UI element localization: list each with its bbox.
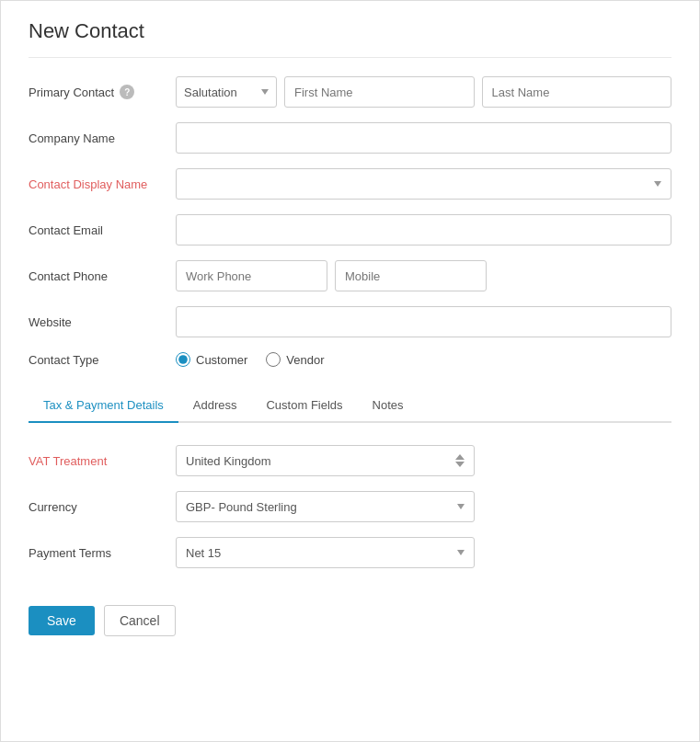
website-controls — [176, 306, 671, 337]
primary-contact-controls: Salutation Mr. Mrs. Ms. Miss Dr. — [176, 76, 671, 108]
company-name-row: Company Name — [29, 122, 671, 154]
contact-email-controls — [176, 214, 671, 245]
vat-treatment-label: VAT Treatment — [29, 454, 176, 468]
contact-type-row: Contact Type Customer Vendor — [29, 352, 671, 367]
company-name-label: Company Name — [29, 131, 176, 145]
display-name-select[interactable] — [176, 168, 671, 200]
website-row: Website — [29, 306, 671, 337]
last-name-input[interactable] — [482, 76, 672, 108]
mobile-input[interactable] — [335, 260, 487, 291]
first-name-input[interactable] — [284, 76, 475, 108]
tab-notes[interactable]: Notes — [358, 389, 419, 423]
action-buttons: Save Cancel — [29, 605, 671, 636]
tab-tax-payment[interactable]: Tax & Payment Details — [29, 389, 178, 423]
vendor-radio-option[interactable]: Vendor — [266, 352, 324, 367]
customer-label: Customer — [196, 353, 247, 367]
contact-type-radio-group: Customer Vendor — [176, 352, 325, 367]
website-input[interactable] — [176, 306, 671, 337]
contact-display-name-controls — [176, 168, 671, 200]
save-button[interactable]: Save — [29, 606, 95, 635]
contact-email-row: Contact Email — [29, 214, 671, 245]
page-container: New Contact Primary Contact ? Salutation… — [0, 0, 700, 742]
salutation-select[interactable]: Salutation Mr. Mrs. Ms. Miss Dr. — [176, 76, 277, 108]
cancel-button[interactable]: Cancel — [104, 605, 176, 636]
payment-terms-controls: Net 15 Net 30 Net 45 Net 60 Due on Recei… — [176, 537, 671, 568]
company-name-controls — [176, 122, 671, 154]
contact-email-input[interactable] — [176, 214, 671, 245]
contact-display-name-row: Contact Display Name — [29, 168, 671, 200]
help-icon[interactable]: ? — [120, 85, 134, 99]
currency-label: Currency — [29, 500, 176, 514]
primary-contact-label: Primary Contact ? — [29, 85, 176, 99]
contact-email-label: Contact Email — [29, 223, 176, 237]
work-phone-input[interactable] — [176, 260, 327, 291]
payment-terms-select[interactable]: Net 15 Net 30 Net 45 Net 60 Due on Recei… — [176, 537, 475, 568]
currency-controls: GBP- Pound Sterling USD- US Dollar EUR- … — [176, 491, 671, 522]
customer-radio[interactable] — [176, 352, 190, 367]
vendor-radio[interactable] — [266, 352, 281, 367]
payment-terms-label: Payment Terms — [29, 546, 176, 560]
tabs-section: Tax & Payment Details Address Custom Fie… — [29, 389, 671, 423]
contact-type-controls: Customer Vendor — [176, 352, 671, 367]
tax-payment-tab-content: VAT Treatment United Kingdom EU VAT Regi… — [29, 423, 671, 568]
tab-custom-fields[interactable]: Custom Fields — [251, 389, 357, 423]
contact-type-label: Contact Type — [29, 353, 176, 367]
payment-terms-row: Payment Terms Net 15 Net 30 Net 45 Net 6… — [29, 537, 671, 568]
primary-contact-row: Primary Contact ? Salutation Mr. Mrs. Ms… — [29, 76, 671, 108]
currency-select[interactable]: GBP- Pound Sterling USD- US Dollar EUR- … — [176, 491, 475, 522]
contact-phone-row: Contact Phone — [29, 260, 671, 291]
vat-treatment-row: VAT Treatment United Kingdom EU VAT Regi… — [29, 445, 671, 476]
vendor-label: Vendor — [286, 353, 324, 367]
vat-treatment-controls: United Kingdom EU VAT Registered Non-EU — [176, 445, 671, 476]
company-name-input[interactable] — [176, 122, 671, 154]
website-label: Website — [29, 315, 176, 329]
contact-display-name-label: Contact Display Name — [29, 177, 176, 191]
page-title: New Contact — [29, 19, 671, 58]
customer-radio-option[interactable]: Customer — [176, 352, 247, 367]
vat-treatment-select[interactable]: United Kingdom EU VAT Registered Non-EU — [176, 445, 475, 476]
tab-address[interactable]: Address — [178, 389, 252, 423]
currency-row: Currency GBP- Pound Sterling USD- US Dol… — [29, 491, 671, 522]
contact-phone-label: Contact Phone — [29, 269, 176, 283]
contact-phone-controls — [176, 260, 671, 291]
